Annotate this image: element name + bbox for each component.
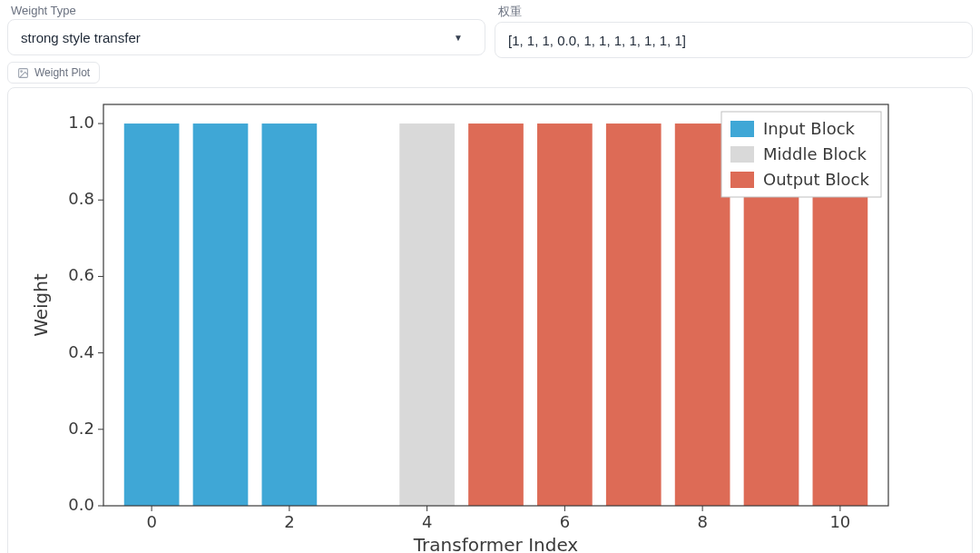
svg-rect-8: [606, 123, 662, 506]
weights-value: [1, 1, 1, 0.0, 1, 1, 1, 1, 1, 1, 1]: [508, 33, 686, 48]
svg-rect-5: [399, 123, 455, 506]
svg-text:4: 4: [422, 512, 432, 531]
svg-rect-40: [730, 121, 754, 137]
svg-text:Transformer Index: Transformer Index: [413, 534, 579, 553]
svg-rect-3: [193, 123, 249, 506]
svg-text:10: 10: [829, 512, 850, 531]
svg-text:0.4: 0.4: [68, 342, 94, 361]
weight-plot-panel: 0.00.20.40.60.81.00246810Transformer Ind…: [7, 87, 973, 553]
svg-text:Middle Block: Middle Block: [763, 144, 867, 163]
image-icon: [17, 67, 29, 79]
svg-text:6: 6: [560, 512, 570, 531]
svg-point-1: [21, 70, 23, 72]
svg-text:8: 8: [697, 512, 707, 531]
tab-weight-plot[interactable]: Weight Plot: [7, 62, 100, 84]
svg-text:0.0: 0.0: [68, 495, 94, 514]
tab-label: Weight Plot: [34, 66, 90, 79]
svg-text:0.8: 0.8: [68, 189, 94, 208]
weights-input[interactable]: [1, 1, 1, 0.0, 1, 1, 1, 1, 1, 1, 1]: [495, 22, 973, 58]
weight-bar-chart: 0.00.20.40.60.81.00246810Transformer Ind…: [8, 88, 972, 553]
weights-label: 权重: [495, 4, 973, 20]
svg-rect-6: [468, 123, 524, 506]
svg-rect-2: [124, 123, 180, 506]
svg-text:Output Block: Output Block: [763, 170, 870, 189]
svg-text:0.2: 0.2: [68, 419, 94, 438]
weight-type-value: strong style transfer: [21, 30, 454, 45]
svg-rect-4: [262, 123, 318, 506]
chevron-down-icon: ▼: [454, 33, 463, 43]
svg-text:Input Block: Input Block: [763, 119, 856, 138]
svg-text:1.0: 1.0: [68, 113, 94, 132]
weight-type-label: Weight Type: [7, 4, 485, 17]
svg-text:0: 0: [146, 512, 156, 531]
weight-type-select[interactable]: strong style transfer ▼: [7, 19, 485, 55]
svg-rect-7: [537, 123, 593, 506]
svg-rect-42: [730, 146, 754, 163]
svg-rect-44: [730, 172, 754, 188]
svg-text:Weight: Weight: [30, 273, 52, 337]
svg-text:0.6: 0.6: [68, 265, 94, 284]
svg-text:2: 2: [284, 512, 294, 531]
